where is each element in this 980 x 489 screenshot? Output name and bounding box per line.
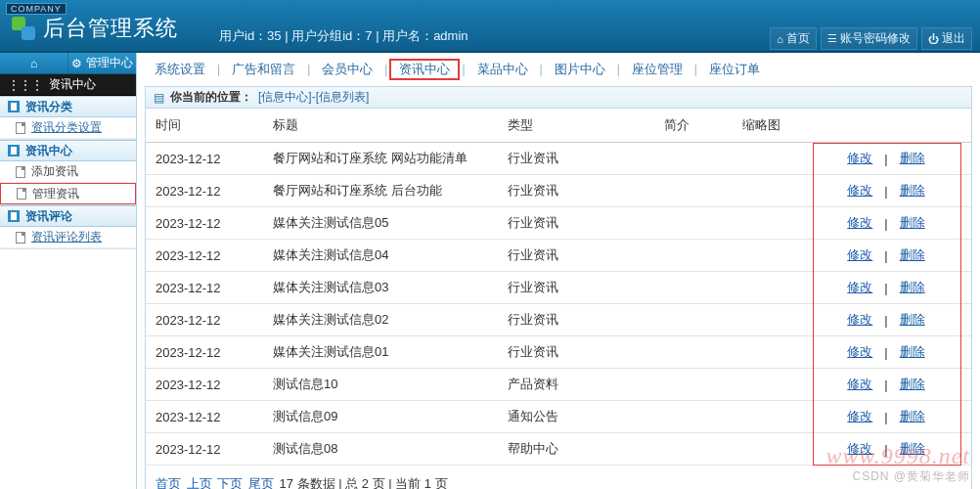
tab[interactable]: 资讯中心 [389,59,460,80]
pager-last[interactable]: 尾页 [248,476,274,489]
sidebar-group-header[interactable]: 资讯分类 [0,96,136,117]
cell-title: 餐厅网站和订座系统 后台功能 [263,175,498,207]
edit-link[interactable]: 修改 [847,343,872,361]
sidebar-group: 资讯评论资讯评论列表 [0,205,136,249]
cell-time: 2023-12-12 [146,240,263,272]
cell-ops: 修改|删除 [811,336,971,369]
edit-link[interactable]: 修改 [847,182,872,200]
col-ops [811,109,971,143]
book-icon [8,145,20,156]
home-icon: ⌂ [777,33,783,45]
table-row: 2023-12-12测试信息10产品资料修改|删除 [146,369,971,401]
sidebar-item[interactable]: 管理资讯 [0,183,136,204]
cell-thumb [733,207,811,240]
cell-thumb [733,143,811,175]
pager-prev[interactable]: 上页 [187,476,212,489]
sidebar-item[interactable]: 资讯评论列表 [0,227,136,248]
edit-link[interactable]: 修改 [847,376,872,393]
tab[interactable]: 座位管理 [622,59,692,80]
cell-time: 2023-12-12 [146,175,263,207]
edit-link[interactable]: 修改 [847,279,872,296]
table-row: 2023-12-12媒体关注测试信息01行业资讯修改|删除 [146,336,971,369]
sidebar-item-label: 资讯评论列表 [31,229,102,245]
cell-type: 帮助中心 [498,433,654,466]
table-row: 2023-12-12媒体关注测试信息04行业资讯修改|删除 [146,240,971,272]
pager-first[interactable]: 首页 [156,476,181,489]
cell-ops: 修改|删除 [811,207,971,240]
edit-link[interactable]: 修改 [847,150,872,167]
cell-thumb [733,175,811,207]
delete-link[interactable]: 删除 [900,150,925,167]
sidebar-item[interactable]: 添加资讯 [0,161,136,183]
sidebar-home-button[interactable]: ⌂ [0,53,68,73]
cell-intro [654,401,733,433]
home-link[interactable]: ⌂首页 [770,27,817,50]
cell-time: 2023-12-12 [146,336,263,369]
cell-intro [654,207,733,240]
pager-next[interactable]: 下页 [217,476,243,489]
cell-thumb [733,336,811,369]
delete-link[interactable]: 删除 [900,311,925,329]
tab[interactable]: 会员中心 [312,59,382,80]
sidebar-group-header[interactable]: 资讯中心 [0,140,136,161]
delete-link[interactable]: 删除 [900,279,925,296]
cell-intro [654,240,733,272]
tab-separator: | [615,63,622,76]
tab[interactable]: 系统设置 [145,59,215,80]
book-icon [8,210,20,222]
edit-link[interactable]: 修改 [847,440,872,458]
cell-thumb [733,240,811,272]
cell-intro [654,304,733,336]
delete-link[interactable]: 删除 [900,182,925,200]
col-title: 标题 [263,109,498,143]
delete-link[interactable]: 删除 [900,343,925,361]
delete-link[interactable]: 删除 [900,408,925,425]
cell-ops: 修改|删除 [811,433,971,466]
breadcrumb: ▤ 你当前的位置： [信息中心]-[信息列表] [146,87,971,109]
delete-link[interactable]: 删除 [900,376,925,393]
sidebar-top: ⌂ ⚙管理中心 [0,53,136,74]
cell-time: 2023-12-12 [146,304,263,336]
cell-type: 行业资讯 [498,272,654,304]
sidebar-item[interactable]: 资讯分类设置 [0,117,136,139]
breadcrumb-label: 你当前的位置： [170,89,252,106]
doc-icon [17,188,26,200]
edit-link[interactable]: 修改 [847,408,872,425]
cell-intro [654,336,733,369]
breadcrumb-path: [信息中心]-[信息列表] [258,89,369,106]
cell-title: 测试信息10 [263,369,498,401]
sidebar-manage-button[interactable]: ⚙管理中心 [68,53,136,73]
cell-thumb [733,433,811,466]
table-row: 2023-12-12媒体关注测试信息02行业资讯修改|删除 [146,304,971,336]
delete-link[interactable]: 删除 [900,440,925,458]
exit-link[interactable]: ⏻退出 [921,27,972,50]
cell-type: 通知公告 [498,401,654,433]
sidebar-group: 资讯中心添加资讯管理资讯 [0,140,136,205]
sidebar-item-label: 资讯分类设置 [31,119,102,136]
tab[interactable]: 广告和留言 [222,59,305,80]
table-row: 2023-12-12测试信息08帮助中心修改|删除 [146,433,971,466]
home-icon: ⌂ [30,57,37,70]
password-link[interactable]: ☰账号密码修改 [821,27,917,50]
sidebar-active-label: 资讯中心 [49,76,96,93]
header-actions: ⌂首页 ☰账号密码修改 ⏻退出 [770,27,972,50]
edit-link[interactable]: 修改 [847,214,872,232]
delete-link[interactable]: 删除 [900,246,925,264]
cell-time: 2023-12-12 [146,207,263,240]
sidebar-group-header[interactable]: 资讯评论 [0,205,136,227]
tab[interactable]: 菜品中心 [468,59,538,80]
sidebar-group: 资讯分类资讯分类设置 [0,96,136,140]
tab-separator: | [538,63,545,76]
col-type: 类型 [498,109,654,143]
edit-link[interactable]: 修改 [847,311,872,329]
top-tabs: 系统设置|广告和留言|会员中心|资讯中心|菜品中心|图片中心|座位管理|座位订单 [145,59,972,84]
edit-link[interactable]: 修改 [847,246,872,264]
cell-ops: 修改|删除 [811,240,971,272]
tab[interactable]: 座位订单 [699,59,770,80]
delete-link[interactable]: 删除 [900,214,925,232]
cell-ops: 修改|删除 [811,401,971,433]
tab[interactable]: 图片中心 [545,59,615,80]
doc-icon [16,166,25,178]
cell-intro [654,433,733,466]
col-time: 时间 [146,109,263,143]
